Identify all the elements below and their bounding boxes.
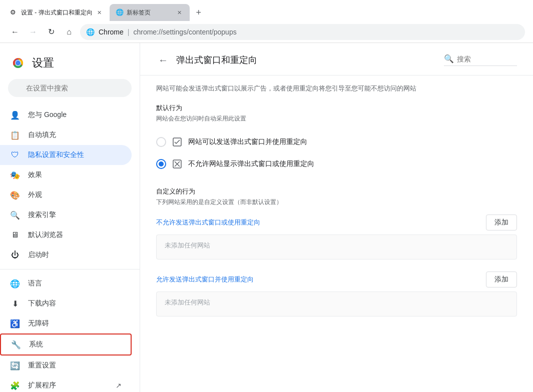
sidebar-item-accessibility[interactable]: ♿ 无障碍 (0, 314, 132, 334)
default-section-sublabel: 网站会在您访问时自动采用此设置 (156, 114, 517, 123)
back-button[interactable]: ← (8, 25, 22, 39)
reset-icon: 🔄 (10, 360, 20, 370)
page-layout: 设置 🔍 👤 您与 Google 📋 自动填充 🛡 隐私设置和安全性 🎭 效果 … (0, 43, 533, 392)
chrome-logo (10, 55, 26, 71)
content-header: ← 弹出式窗口和重定向 🔍 (140, 43, 533, 76)
sidebar-item-privacy[interactable]: 🛡 隐私设置和安全性 (0, 145, 132, 165)
content-search-input[interactable] (457, 55, 517, 63)
allow-list-empty: 未添加任何网站 (157, 292, 516, 313)
sidebar-item-effects[interactable]: 🎭 效果 (0, 165, 132, 185)
inactive-tab-close[interactable]: ✕ (176, 8, 184, 16)
sidebar-item-downloads[interactable]: ⬇ 下载内容 (0, 294, 132, 314)
home-button[interactable]: ⌂ (62, 25, 76, 39)
nav-bar: ← → ↻ ⌂ 🌐 Chrome | chrome://settings/con… (0, 21, 533, 43)
sidebar-item-search-label: 搜索引擎 (28, 210, 122, 220)
address-separator: | (128, 28, 130, 36)
sidebar-item-language-label: 语言 (28, 279, 122, 288)
block-list-section: 不允许发送弹出式窗口或使用重定向 添加 未添加任何网站 (156, 214, 517, 260)
default-section-label: 默认行为 (156, 104, 517, 112)
effects-icon: 🎭 (10, 170, 20, 180)
content-header-left: ← 弹出式窗口和重定向 (156, 53, 257, 67)
radio-group: 网站可以发送弹出式窗口并使用重定向 不允许网站显示弹出式窗口或使用重定 (156, 131, 517, 175)
sidebar-item-autofill-label: 自动填充 (28, 130, 122, 140)
custom-section-label: 自定义的行为 (156, 187, 517, 196)
sidebar-item-google-label: 您与 Google (28, 110, 122, 120)
new-tab-button[interactable]: + (192, 6, 206, 20)
autofill-icon: 📋 (10, 130, 20, 140)
address-bar[interactable]: 🌐 Chrome | chrome://settings/content/pop… (80, 24, 525, 40)
block-list-add-button[interactable]: 添加 (486, 214, 517, 230)
sidebar-divider-1 (0, 269, 140, 270)
sidebar-item-appearance[interactable]: 🎨 外观 (0, 185, 132, 205)
content-back-button[interactable]: ← (156, 53, 170, 67)
sidebar-item-accessibility-label: 无障碍 (28, 319, 122, 328)
sidebar-search-wrap: 🔍 (8, 79, 132, 97)
startup-icon: ⏻ (10, 250, 20, 260)
sidebar-search-input[interactable] (8, 79, 132, 97)
inactive-tab-title: 新标签页 (127, 8, 173, 17)
content-search-icon: 🔍 (444, 54, 454, 64)
forward-button[interactable]: → (26, 25, 40, 39)
sidebar-item-system-label: 系统 (29, 340, 121, 349)
main-content: ← 弹出式窗口和重定向 🔍 网站可能会发送弹出式窗口以展示广告，或者使用重定向将… (140, 43, 533, 392)
block-list-title: 不允许发送弹出式窗口或使用重定向 (156, 218, 260, 227)
radio-block[interactable]: 不允许网站显示弹出式窗口或使用重定向 (156, 153, 517, 175)
system-icon: 🔧 (11, 340, 21, 350)
allow-list-area: 未添加任何网站 (156, 292, 517, 316)
browser-chrome: ⚙ 设置 - 弹出式窗口和重定向 ✕ 🌐 新标签页 ✕ + ← → ↻ ⌂ 🌐 … (0, 0, 533, 43)
search-engine-icon: 🔍 (10, 210, 20, 220)
sidebar-item-search[interactable]: 🔍 搜索引擎 (0, 205, 132, 225)
site-security-icon: 🌐 (86, 28, 95, 36)
active-tab[interactable]: ⚙ 设置 - 弹出式窗口和重定向 ✕ (4, 4, 110, 21)
radio-block-inner (159, 162, 164, 166)
downloads-icon: ⬇ (10, 298, 20, 308)
reload-button[interactable]: ↻ (44, 25, 58, 39)
allow-list-title: 允许发送弹出式窗口并使用重定向 (156, 275, 254, 284)
sidebar-item-autofill[interactable]: 📋 自动填充 (0, 125, 132, 145)
active-tab-close[interactable]: ✕ (96, 8, 104, 16)
svg-point-4 (16, 60, 21, 66)
radio-block-icon (172, 159, 182, 169)
inactive-tab[interactable]: 🌐 新标签页 ✕ (110, 4, 190, 21)
radio-allow-text: 网站可以发送弹出式窗口并使用重定向 (188, 138, 307, 146)
sidebar-item-browser-label: 默认浏览器 (28, 230, 122, 240)
sidebar-item-startup[interactable]: ⏻ 启动时 (0, 245, 132, 265)
address-brand: Chrome (99, 28, 124, 36)
address-url: chrome://settings/content/popups (133, 28, 236, 36)
browser-icon: 🖥 (10, 230, 20, 240)
block-list-header: 不允许发送弹出式窗口或使用重定向 添加 (156, 214, 517, 230)
sidebar-item-browser[interactable]: 🖥 默认浏览器 (0, 225, 132, 245)
privacy-icon: 🛡 (10, 150, 20, 160)
sidebar-item-downloads-label: 下载内容 (28, 299, 122, 308)
allow-list-add-button[interactable]: 添加 (486, 272, 517, 288)
sidebar-search-container: 🔍 (0, 79, 140, 105)
page-title: 弹出式窗口和重定向 (176, 54, 257, 66)
block-list-empty: 未添加任何网站 (157, 235, 516, 256)
tab-bar: ⚙ 设置 - 弹出式窗口和重定向 ✕ 🌐 新标签页 ✕ + (0, 0, 533, 21)
radio-allow-outer (156, 137, 166, 147)
custom-section-sublabel: 下列网站采用的是自定义设置（而非默认设置） (156, 198, 517, 206)
settings-tab-icon: ⚙ (10, 8, 18, 16)
sidebar-item-extensions-label: 扩展程序 (28, 381, 108, 390)
allow-list-header: 允许发送弹出式窗口并使用重定向 添加 (156, 272, 517, 288)
sidebar-item-language[interactable]: 🌐 语言 (0, 274, 132, 294)
language-icon: 🌐 (10, 278, 20, 288)
extensions-icon: 🧩 (10, 380, 20, 390)
content-body: 网站可能会发送弹出式窗口以展示广告，或者使用重定向将您引导至您可能不想访问的网站… (140, 76, 533, 336)
appearance-icon: 🎨 (10, 190, 20, 200)
newtab-tab-icon: 🌐 (116, 8, 124, 16)
google-icon: 👤 (10, 110, 20, 120)
sidebar-item-privacy-label: 隐私设置和安全性 (28, 150, 122, 160)
accessibility-icon: ♿ (10, 318, 20, 328)
sidebar-item-google[interactable]: 👤 您与 Google (0, 105, 132, 125)
radio-allow[interactable]: 网站可以发送弹出式窗口并使用重定向 (156, 131, 517, 153)
block-list-area: 未添加任何网站 (156, 234, 517, 260)
sidebar-item-system[interactable]: 🔧 系统 (0, 334, 132, 356)
sidebar-item-effects-label: 效果 (28, 170, 122, 180)
radio-block-text: 不允许网站显示弹出式窗口或使用重定向 (188, 160, 314, 168)
sidebar-item-appearance-label: 外观 (28, 190, 122, 200)
sidebar: 设置 🔍 👤 您与 Google 📋 自动填充 🛡 隐私设置和安全性 🎭 效果 … (0, 43, 140, 392)
sidebar-item-reset[interactable]: 🔄 重置设置 (0, 356, 132, 376)
sidebar-title: 设置 (32, 56, 54, 70)
sidebar-item-extensions[interactable]: 🧩 扩展程序 ↗ (0, 376, 132, 392)
